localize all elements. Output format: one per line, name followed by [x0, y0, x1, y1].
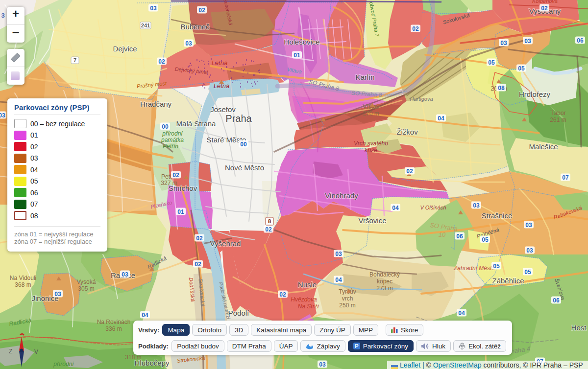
- svg-text:06: 06: [456, 233, 463, 240]
- svg-text:336 m: 336 m: [105, 325, 122, 332]
- svg-text:Malá Strana: Malá Strana: [176, 119, 217, 128]
- svg-text:03: 03: [525, 222, 532, 229]
- svg-text:02: 02: [172, 172, 179, 179]
- svg-text:Petřín: Petřín: [163, 143, 178, 150]
- svg-text:273 m: 273 m: [376, 285, 392, 292]
- svg-text:02: 02: [196, 235, 203, 242]
- svg-text:Karlín: Karlín: [355, 73, 374, 81]
- svg-text:Nusle: Nusle: [298, 280, 317, 289]
- svg-text:Dejvice: Dejvice: [113, 45, 137, 53]
- svg-text:06: 06: [577, 37, 584, 44]
- svg-text:V Olšinách: V Olšinách: [420, 205, 446, 210]
- svg-text:Vinohrady: Vinohrady: [325, 191, 358, 200]
- svg-text:04: 04: [438, 115, 444, 122]
- svg-text:03: 03: [526, 247, 533, 254]
- svg-text:7: 7: [74, 57, 76, 63]
- svg-text:03: 03: [54, 291, 61, 298]
- svg-text:03: 03: [150, 5, 157, 12]
- svg-text:05: 05: [488, 59, 495, 66]
- svg-text:Z: Z: [9, 348, 12, 355]
- svg-text:Hradčany: Hradčany: [140, 100, 172, 108]
- svg-text:04: 04: [335, 277, 342, 283]
- svg-text:vrch: vrch: [342, 295, 353, 302]
- svg-text:270 m: 270 m: [363, 110, 379, 117]
- svg-text:Hartigova: Hartigova: [410, 96, 433, 102]
- svg-text:Tábor: Tábor: [550, 110, 565, 116]
- svg-text:02: 02: [412, 25, 419, 32]
- svg-text:Vrch svatého: Vrch svatého: [354, 140, 388, 147]
- svg-text:03: 03: [319, 361, 326, 368]
- svg-text:01: 01: [177, 208, 184, 215]
- svg-text:02: 02: [158, 58, 165, 65]
- svg-text:Strašnice: Strašnice: [482, 211, 513, 220]
- svg-text:Bohdalecký: Bohdalecký: [369, 271, 400, 278]
- svg-text:04: 04: [392, 205, 399, 211]
- svg-text:05: 05: [518, 65, 525, 72]
- svg-text:Praha: Praha: [225, 113, 252, 124]
- svg-text:03: 03: [0, 112, 5, 119]
- svg-text:06: 06: [553, 297, 560, 304]
- svg-text:261 m: 261 m: [550, 116, 566, 123]
- svg-text:305 m: 305 m: [78, 285, 94, 292]
- svg-text:03: 03: [500, 40, 507, 46]
- svg-text:Na Vidouli: Na Vidouli: [10, 275, 36, 281]
- svg-text:kopec: kopec: [377, 278, 392, 285]
- svg-text:04: 04: [142, 312, 148, 319]
- svg-text:Malešice: Malešice: [529, 142, 558, 151]
- svg-text:přírodní: přírodní: [162, 130, 183, 137]
- svg-text:327 m: 327 m: [161, 180, 177, 186]
- svg-text:01: 01: [294, 52, 300, 59]
- svg-text:08: 08: [498, 85, 505, 92]
- svg-text:Kolbenova: Kolbenova: [532, 0, 558, 4]
- svg-text:Nové Město: Nové Město: [225, 163, 264, 172]
- svg-text:07: 07: [562, 174, 569, 181]
- svg-text:10: 10: [439, 231, 446, 238]
- svg-text:03: 03: [335, 251, 342, 257]
- svg-text:Hrdlořezy: Hrdlořezy: [519, 90, 551, 98]
- svg-text:02: 02: [198, 7, 205, 14]
- svg-text:03: 03: [524, 38, 531, 45]
- svg-text:00: 00: [240, 141, 247, 148]
- svg-text:přírodní: přírodní: [53, 361, 74, 368]
- svg-text:8: 8: [268, 218, 271, 224]
- svg-text:Vyšehrad: Vyšehrad: [210, 239, 241, 248]
- svg-text:Záběhlice: Záběhlice: [492, 277, 524, 285]
- svg-text:03: 03: [473, 202, 480, 209]
- svg-text:Žižkov: Žižkov: [396, 128, 418, 136]
- svg-text:368 m: 368 m: [15, 281, 31, 288]
- svg-text:Zahradní Město: Zahradní Město: [453, 265, 495, 272]
- svg-text:Josefov: Josefov: [210, 105, 236, 114]
- svg-text:02: 02: [265, 226, 272, 233]
- svg-text:00: 00: [162, 123, 169, 130]
- svg-text:03: 03: [185, 40, 192, 47]
- svg-text:3: 3: [1, 12, 4, 19]
- svg-text:Host: Host: [571, 323, 587, 332]
- svg-text:04: 04: [458, 310, 465, 317]
- svg-text:P: P: [355, 343, 358, 349]
- svg-text:kříže: kříže: [365, 147, 377, 154]
- svg-text:Vysoká: Vysoká: [77, 278, 96, 285]
- svg-text:02: 02: [195, 261, 201, 268]
- svg-text:Podolí: Podolí: [228, 309, 249, 317]
- svg-text:250 m: 250 m: [339, 302, 355, 309]
- svg-text:241: 241: [141, 23, 150, 28]
- svg-text:02: 02: [541, 5, 548, 12]
- svg-text:Na Strži: Na Strži: [298, 303, 319, 310]
- svg-text:05: 05: [482, 236, 489, 243]
- svg-text:Bubeneč: Bubeneč: [180, 23, 210, 31]
- svg-text:Holešovice: Holešovice: [284, 38, 319, 46]
- svg-text:318 m: 318 m: [125, 354, 141, 361]
- svg-text:05: 05: [493, 263, 500, 270]
- svg-text:Hvězdova: Hvězdova: [291, 296, 317, 303]
- svg-text:památka: památka: [161, 137, 184, 143]
- svg-text:Na Rovinách: Na Rovinách: [97, 319, 131, 325]
- svg-text:02: 02: [279, 291, 286, 298]
- svg-text:05: 05: [524, 269, 531, 276]
- svg-text:03: 03: [122, 271, 128, 278]
- svg-text:02: 02: [406, 168, 413, 175]
- svg-text:Vršovice: Vršovice: [359, 216, 387, 225]
- svg-text:V: V: [34, 348, 38, 355]
